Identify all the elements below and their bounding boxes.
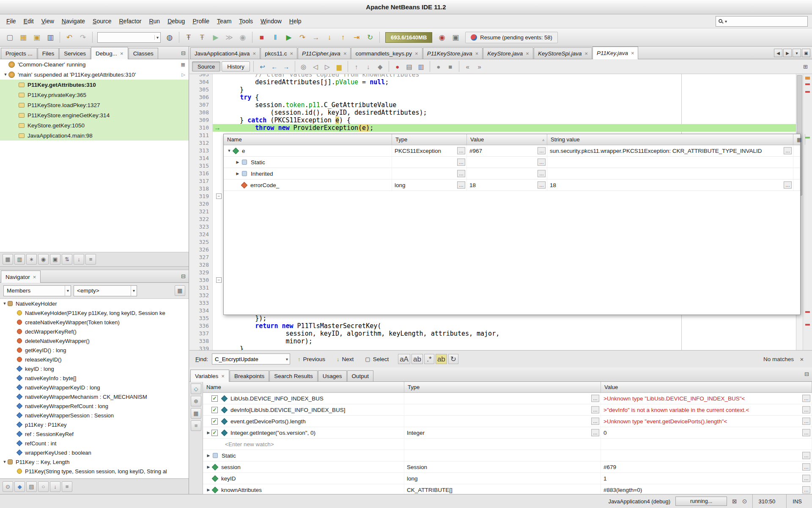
- member-method[interactable]: deleteNativeKeyWrapper(): [0, 336, 189, 345]
- menu-profile[interactable]: Profile: [189, 16, 213, 27]
- ellipsis-button[interactable]: …: [457, 147, 465, 155]
- close-icon[interactable]: ×: [343, 51, 347, 56]
- gutter-line-number[interactable]: 313: [189, 147, 212, 155]
- code-line[interactable]: } catch (PKCS11Exception e) {: [225, 116, 796, 124]
- match-case-icon[interactable]: aA: [398, 354, 410, 364]
- resume-thread-icon[interactable]: ▷: [182, 72, 185, 77]
- show-fields-icon[interactable]: ◆: [14, 481, 25, 492]
- gutter-line-number[interactable]: 338: [189, 337, 212, 345]
- navigator-inherited-combo[interactable]: <empty> ▾: [74, 285, 137, 296]
- code-line[interactable]: desiredAttributes[j].pValue = null;: [225, 78, 796, 86]
- gutter-line-number[interactable]: 336: [189, 322, 212, 330]
- stack-frame-row[interactable]: P11KeyStore.loadPkey:1327: [0, 100, 189, 110]
- tab-variables[interactable]: Variables×: [190, 370, 229, 382]
- column-header-value[interactable]: Value▵: [467, 134, 547, 145]
- sort-by-name-icon[interactable]: ↓: [74, 254, 84, 265]
- editor-tab-pkcs11-c[interactable]: pkcs11.c×: [261, 47, 297, 59]
- gutter-line-number[interactable]: 319: [189, 193, 212, 200]
- navigator-filters-icon[interactable]: ▦: [175, 285, 185, 296]
- forward-icon[interactable]: →: [281, 61, 292, 72]
- find-input[interactable]: [212, 356, 284, 362]
- show-thread-groups-icon[interactable]: ▦: [3, 254, 13, 265]
- watch-checkbox[interactable]: ✓: [211, 407, 218, 413]
- cancel-process-icon[interactable]: ⊠: [732, 498, 737, 505]
- code-line[interactable]: throw new ProviderException(e);: [213, 124, 796, 132]
- new-file-icon[interactable]: ▢: [3, 31, 16, 44]
- step-over-icon[interactable]: ↷: [296, 31, 309, 44]
- finish-debugger-session-icon[interactable]: ■: [255, 31, 268, 44]
- stripe-error-mark[interactable]: [805, 83, 810, 85]
- tab-breakpoints[interactable]: Breakpoints: [230, 370, 269, 381]
- editor-tab-keystorespi-java[interactable]: KeyStoreSpi.java×: [534, 47, 592, 59]
- thread-row[interactable]: 'Common-Cleaner' running▦: [0, 59, 189, 69]
- always-show-last-result-icon[interactable]: ≡: [191, 420, 201, 431]
- new-watch-row[interactable]: <Enter new watch>: [203, 439, 812, 450]
- variable-row[interactable]: ▶Inherited……: [224, 168, 800, 179]
- menu-edit[interactable]: Edit: [20, 16, 38, 27]
- tab-files[interactable]: Files: [38, 48, 59, 59]
- gutter-line-number[interactable]: 310: [189, 124, 212, 132]
- column-header-value[interactable]: Value: [601, 382, 812, 392]
- find-next-button[interactable]: ↓ Next: [333, 353, 357, 364]
- code-line[interactable]: return new P11TlsMasterSecretKey(: [225, 322, 796, 330]
- show-monitors-icon[interactable]: ◉: [38, 254, 49, 265]
- editor-tab-keystore-java[interactable]: KeyStore.java×: [483, 47, 533, 59]
- gutter-line-number[interactable]: 315: [189, 162, 212, 170]
- editor-tab-commandlets-keys-py[interactable]: commandlets_keys.py×: [351, 47, 422, 59]
- member-field[interactable]: refCount : int: [0, 439, 189, 448]
- code-line[interactable]: }: [225, 345, 796, 350]
- variables-row[interactable]: ▶knownAttributesCK_ATTRIBUTE[]#883(lengt…: [203, 484, 812, 494]
- run-project-icon[interactable]: ▶: [209, 31, 222, 44]
- ellipsis-button[interactable]: …: [802, 395, 810, 402]
- stack-frame-row[interactable]: P11KeyStore.engineGetKey:314: [0, 110, 189, 120]
- member-class[interactable]: ▼NativeKeyHolder: [0, 299, 189, 308]
- next-bookmark-icon[interactable]: ↓: [363, 61, 374, 72]
- menu-help[interactable]: Help: [285, 16, 305, 27]
- create-new-watch-icon[interactable]: ⊕: [191, 396, 201, 406]
- save-all-icon[interactable]: ▥: [44, 31, 57, 44]
- find-next-icon[interactable]: ▷: [322, 61, 333, 72]
- find-selection-icon[interactable]: ◎: [298, 61, 309, 72]
- ellipsis-button[interactable]: …: [784, 147, 792, 155]
- progress-indicator[interactable]: running...: [675, 497, 727, 506]
- menu-file[interactable]: File: [3, 16, 20, 27]
- member-method[interactable]: getKeyID() : long: [0, 345, 189, 355]
- stack-frame-row[interactable]: JavaApplication4.main:98: [0, 130, 189, 141]
- maximize-window-icon[interactable]: ▣: [802, 49, 810, 57]
- gutter-line-number[interactable]: 334: [189, 307, 212, 315]
- code-line[interactable]: // clear values copied from knownAttribu…: [225, 74, 796, 78]
- member-constructor[interactable]: P11Key(String type, Session session, lon…: [0, 467, 189, 476]
- thread-row[interactable]: ▼'main' suspended at 'P11Key.getAttribut…: [0, 69, 189, 80]
- ellipsis-button[interactable]: …: [802, 429, 810, 436]
- member-field[interactable]: nativeKeyWrapperRefCount : long: [0, 401, 189, 411]
- continue-icon[interactable]: ▶: [283, 31, 295, 44]
- editor-tab-javaapplication4-java[interactable]: JavaApplication4.java×: [190, 47, 260, 59]
- gutter-line-number[interactable]: 316: [189, 170, 212, 177]
- show-watches-icon[interactable]: ◇: [191, 384, 201, 394]
- ellipsis-button[interactable]: …: [784, 182, 792, 189]
- menu-debug[interactable]: Debug: [164, 16, 189, 27]
- uncomment-icon[interactable]: ▥: [416, 61, 427, 72]
- menu-view[interactable]: View: [38, 16, 58, 27]
- search-input[interactable]: [729, 17, 807, 26]
- stripe-error-mark[interactable]: [805, 311, 810, 313]
- sort-by-suspended-state-icon[interactable]: ⇅: [62, 254, 72, 265]
- editor-tab-p11keystore-java[interactable]: P11KeyStore.java×: [423, 47, 483, 59]
- gutter-line-number[interactable]: 321: [189, 208, 212, 215]
- column-header-string-value[interactable]: String value: [547, 134, 793, 145]
- member-field[interactable]: p11Key : P11Key: [0, 420, 189, 429]
- fold-collapsed-icon[interactable]: −: [216, 277, 222, 283]
- chevron-down-icon[interactable]: ▾: [131, 286, 137, 296]
- gutter-line-number[interactable]: 333: [189, 299, 212, 307]
- fold-collapsed-icon[interactable]: −: [216, 193, 222, 199]
- ellipsis-button[interactable]: …: [457, 170, 465, 177]
- member-method[interactable]: decWrapperKeyRef(): [0, 327, 189, 336]
- find-previous-icon[interactable]: ◁: [310, 61, 321, 72]
- apply-code-changes-icon[interactable]: ↻: [364, 31, 376, 44]
- panel-scroll-icon[interactable]: ▦: [181, 62, 185, 67]
- gutter-line-number[interactable]: 324: [189, 231, 212, 238]
- find-combo[interactable]: ▾: [212, 353, 290, 364]
- member-field[interactable]: wrapperKeyUsed : boolean: [0, 448, 189, 457]
- stop-macro-recording-icon[interactable]: ■: [445, 61, 456, 72]
- ellipsis-button[interactable]: …: [802, 418, 810, 425]
